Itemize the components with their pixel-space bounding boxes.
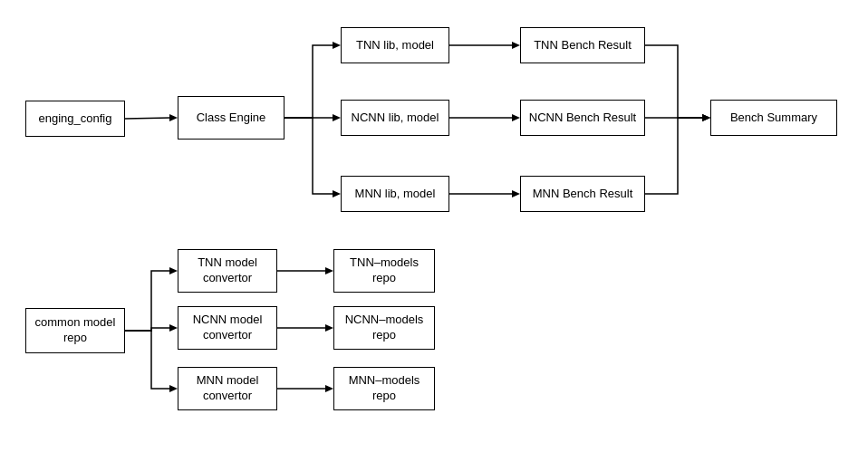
node-ncnn_convertor: NCNN model convertor bbox=[178, 306, 277, 350]
svg-marker-10 bbox=[169, 267, 178, 274]
svg-marker-14 bbox=[325, 324, 333, 332]
node-mnn_convertor: MNN model convertor bbox=[178, 367, 277, 410]
svg-marker-12 bbox=[169, 385, 178, 392]
diagram: enging_configClass EngineTNN lib, modelN… bbox=[0, 0, 868, 462]
svg-marker-2 bbox=[333, 114, 341, 121]
node-ncnn_models: NCNN–models repo bbox=[333, 306, 435, 350]
svg-marker-1 bbox=[333, 42, 341, 49]
svg-marker-11 bbox=[169, 324, 178, 332]
node-ncnn_lib: NCNN lib, model bbox=[341, 100, 449, 136]
node-mnn_lib: MNN lib, model bbox=[341, 176, 449, 212]
svg-marker-15 bbox=[325, 385, 333, 392]
svg-marker-4 bbox=[512, 42, 520, 49]
node-enging_config: enging_config bbox=[25, 101, 125, 137]
node-mnn_models: MNN–models repo bbox=[333, 367, 435, 410]
svg-marker-0 bbox=[169, 114, 178, 121]
node-ncnn_bench: NCNN Bench Result bbox=[520, 100, 645, 136]
node-common_model: common model repo bbox=[25, 308, 125, 353]
node-bench_summary: Bench Summary bbox=[710, 100, 837, 136]
node-tnn_models: TNN–models repo bbox=[333, 249, 435, 293]
node-tnn_lib: TNN lib, model bbox=[341, 27, 449, 63]
svg-marker-3 bbox=[333, 190, 341, 197]
svg-marker-8 bbox=[702, 114, 710, 121]
svg-marker-7 bbox=[702, 114, 710, 121]
svg-marker-9 bbox=[702, 114, 710, 121]
node-tnn_convertor: TNN model convertor bbox=[178, 249, 277, 293]
node-tnn_bench: TNN Bench Result bbox=[520, 27, 645, 63]
svg-marker-13 bbox=[325, 267, 333, 274]
svg-marker-5 bbox=[512, 114, 520, 121]
node-class_engine: Class Engine bbox=[178, 96, 285, 140]
svg-marker-6 bbox=[512, 190, 520, 197]
node-mnn_bench: MNN Bench Result bbox=[520, 176, 645, 212]
